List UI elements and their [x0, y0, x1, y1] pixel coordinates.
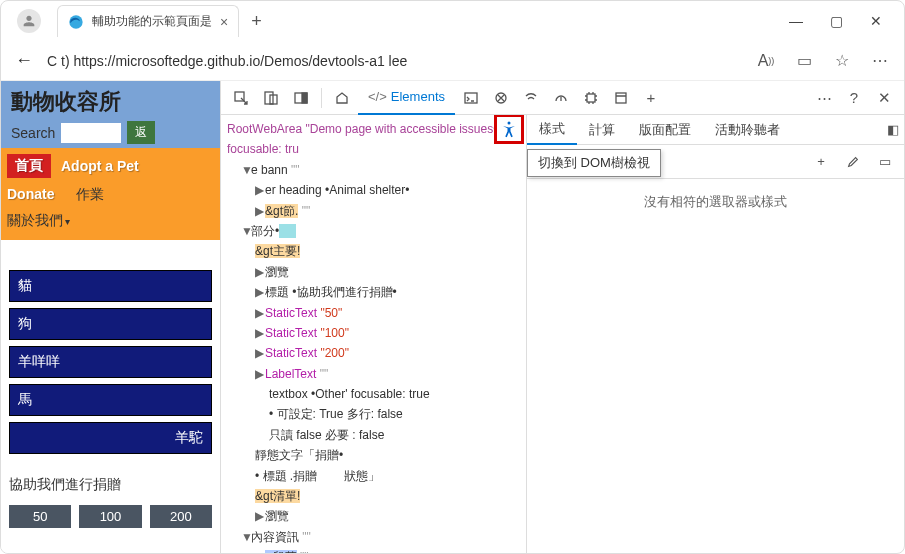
devtools-toolbar: </>Elements + ⋯ ? ✕	[221, 81, 904, 115]
amount-button[interactable]: 100	[79, 505, 141, 528]
list-item[interactable]: 貓	[9, 270, 212, 302]
panel-icon[interactable]	[287, 84, 315, 112]
svg-point-10	[508, 122, 511, 125]
performance-icon[interactable]	[547, 84, 575, 112]
list-item[interactable]: 羊咩咩	[9, 346, 212, 378]
favorite-icon[interactable]: ☆	[828, 47, 856, 75]
demo-nav: 首頁 Adopt a Pet Donate 作業 關於我們 ▾	[1, 148, 220, 240]
tooltip: 切換到 DOM樹檢視	[527, 149, 661, 177]
chevron-down-icon: ▾	[65, 216, 70, 227]
tab-computed[interactable]: 計算	[577, 115, 627, 145]
inspect-icon[interactable]	[227, 84, 255, 112]
list-item[interactable]: 馬	[9, 384, 212, 416]
close-window-button[interactable]: ✕	[856, 5, 896, 37]
svg-rect-5	[302, 93, 307, 103]
console-icon[interactable]	[457, 84, 485, 112]
maximize-button[interactable]: ▢	[816, 5, 856, 37]
search-input[interactable]	[61, 123, 121, 143]
tab-styles[interactable]: 樣式	[527, 115, 577, 145]
nav-adopt[interactable]: Adopt a Pet	[61, 158, 139, 174]
amount-button[interactable]: 50	[9, 505, 71, 528]
sources-icon[interactable]	[487, 84, 515, 112]
window-titlebar: 輔助功能的示範頁面是 × + — ▢ ✕	[1, 1, 904, 41]
nav-donate[interactable]: Donate	[7, 186, 54, 204]
network-icon[interactable]	[517, 84, 545, 112]
list-item[interactable]: 羊駝	[9, 422, 212, 454]
address-bar: ← C t) https://microsoftedge.github.io/D…	[1, 41, 904, 81]
tab-title: 輔助功能的示範頁面是	[92, 13, 212, 30]
close-icon[interactable]: ×	[220, 14, 228, 30]
devtools-panel: </>Elements + ⋯ ? ✕ RootWebArea "Demo pa…	[220, 81, 904, 553]
no-match-message: 沒有相符的選取器或樣式	[527, 193, 904, 211]
tab-elements[interactable]: </>Elements	[358, 81, 455, 115]
search-label: Search	[11, 125, 55, 141]
list-item[interactable]: 狗	[9, 308, 212, 340]
new-style-icon[interactable]: +	[810, 151, 832, 173]
settings-icon[interactable]: ⋯	[810, 84, 838, 112]
new-tab-button[interactable]: +	[239, 11, 274, 32]
page-title: 動物收容所	[11, 87, 210, 117]
nav-about[interactable]: 關於我們 ▾	[7, 212, 214, 230]
nav-jobs[interactable]: 作業	[76, 186, 104, 204]
reader-icon[interactable]: ▭	[790, 47, 818, 75]
accessibility-toggle-button[interactable]	[494, 115, 524, 144]
styles-panel: 切換到 DOM樹檢視 樣式 計算 版面配置 活動聆聽者 ◧ hob 班級 + ▭…	[526, 115, 904, 553]
help-heading: 協助我們進行捐贈	[9, 474, 212, 495]
profile-icon[interactable]	[17, 9, 41, 33]
svg-rect-9	[616, 93, 626, 103]
nav-home[interactable]: 首頁	[7, 154, 51, 178]
toggle-panel-icon[interactable]: ▭	[874, 151, 896, 173]
search-button[interactable]: 返	[127, 121, 155, 144]
more-icon[interactable]: ⋯	[866, 47, 894, 75]
tab-listeners[interactable]: 活動聆聽者	[703, 115, 792, 145]
demo-page: 動物收容所 Search 返 首頁 Adopt a Pet Donate 作業 …	[1, 81, 220, 553]
amount-button[interactable]: 200	[150, 505, 212, 528]
add-tab-icon[interactable]: +	[637, 84, 665, 112]
welcome-icon[interactable]	[328, 84, 356, 112]
tab-layout[interactable]: 版面配置	[627, 115, 703, 145]
text-size-icon[interactable]: A))	[752, 47, 780, 75]
browser-tab[interactable]: 輔助功能的示範頁面是 ×	[57, 5, 239, 37]
memory-icon[interactable]	[577, 84, 605, 112]
application-icon[interactable]	[607, 84, 635, 112]
accessibility-tree[interactable]: RootWebArea "Demo page with accessible i…	[221, 115, 526, 553]
url-field[interactable]: C t) https://microsoftedge.github.io/Dem…	[47, 53, 742, 69]
collapse-icon[interactable]: ◧	[882, 119, 904, 141]
edge-icon	[68, 14, 84, 30]
svg-rect-8	[587, 94, 595, 102]
help-icon[interactable]: ?	[840, 84, 868, 112]
close-devtools-icon[interactable]: ✕	[870, 84, 898, 112]
device-icon[interactable]	[257, 84, 285, 112]
svg-rect-2	[265, 92, 273, 104]
minimize-button[interactable]: —	[776, 5, 816, 37]
back-button[interactable]: ←	[11, 50, 37, 71]
brush-icon[interactable]	[842, 151, 864, 173]
